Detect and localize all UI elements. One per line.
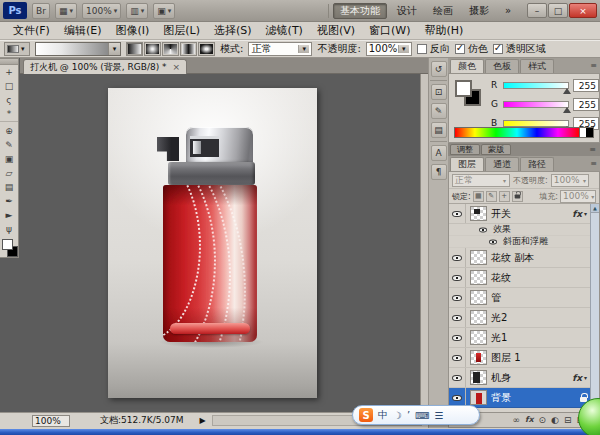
foreground-color-swatch[interactable] xyxy=(455,80,472,97)
dither-checkbox[interactable]: 仿色 xyxy=(455,42,488,56)
history-panel-icon[interactable]: ↺ xyxy=(431,61,447,77)
status-zoom-input[interactable]: 100% xyxy=(32,415,70,427)
layer-row-pattern[interactable]: 花纹 xyxy=(449,268,590,288)
layer-row-switch[interactable]: 开关 fx▾ xyxy=(449,204,590,224)
close-button[interactable]: × xyxy=(569,3,597,18)
move-tool[interactable]: + xyxy=(0,65,18,79)
workspace-overflow-button[interactable]: » xyxy=(499,3,517,19)
linear-gradient-button[interactable] xyxy=(126,42,143,56)
layer-thumbnail[interactable] xyxy=(470,270,487,285)
ime-menu-icon[interactable]: ☰ xyxy=(435,410,444,421)
reverse-checkbox[interactable]: 反向 xyxy=(417,42,450,56)
menu-image[interactable]: 图像(I) xyxy=(108,22,156,40)
pen-tool[interactable]: ✒ xyxy=(0,194,18,208)
adjustment-layer-icon[interactable]: ◐ xyxy=(551,416,559,425)
blend-mode-select[interactable]: 正常 ▾ xyxy=(248,42,312,56)
clone-source-panel-icon[interactable]: ⊡ xyxy=(431,84,447,100)
character-panel-icon[interactable]: A xyxy=(431,145,447,161)
menu-select[interactable]: 选择(S) xyxy=(207,22,259,40)
layer-mask-icon[interactable]: ⊙ xyxy=(539,416,547,425)
lasso-tool[interactable]: ς xyxy=(0,93,18,107)
document-tab[interactable]: 打火机 @ 100% (背景, RGB/8) * × xyxy=(23,59,187,74)
menu-filter[interactable]: 滤镜(T) xyxy=(259,22,310,40)
green-channel-value[interactable]: 255 xyxy=(573,98,599,111)
layer-fill-select[interactable]: 100% ▾ xyxy=(560,190,596,203)
opacity-select[interactable]: 100% ▾ xyxy=(366,42,412,56)
red-channel-value[interactable]: 255 xyxy=(573,79,599,92)
layer-row-light2[interactable]: 光2 xyxy=(449,308,590,328)
menu-view[interactable]: 视图(V) xyxy=(310,22,362,40)
visibility-toggle[interactable] xyxy=(477,227,489,233)
layer-effects-badge[interactable]: fx▾ xyxy=(572,209,590,219)
transparency-checkbox[interactable]: 透明区域 xyxy=(493,42,546,56)
menu-help[interactable]: 帮助(H) xyxy=(417,22,470,40)
paragraph-panel-icon[interactable]: ¶ xyxy=(431,164,447,180)
workspace-design[interactable]: 设计 xyxy=(391,3,423,19)
ime-punctuation-icon[interactable]: ’ xyxy=(407,410,410,421)
link-layers-icon[interactable]: ∞ xyxy=(512,416,520,425)
status-flyout-icon[interactable]: ▶ xyxy=(200,416,206,425)
restore-button[interactable]: □ xyxy=(548,3,568,18)
visibility-toggle[interactable] xyxy=(449,248,466,267)
color-spectrum-ramp[interactable] xyxy=(454,127,594,138)
scroll-up-icon[interactable]: ▲ xyxy=(591,204,599,213)
visibility-toggle[interactable] xyxy=(487,239,499,245)
menu-edit[interactable]: 编辑(E) xyxy=(57,22,109,40)
menu-file[interactable]: 文件(F) xyxy=(6,22,57,40)
layer-thumbnail[interactable] xyxy=(470,310,487,325)
red-channel-slider[interactable] xyxy=(503,82,569,89)
layer-effects-badge[interactable]: fx▾ xyxy=(572,373,590,383)
layer-thumbnail[interactable] xyxy=(470,290,487,305)
windows-taskbar-edge[interactable] xyxy=(0,429,600,435)
tab-swatches[interactable]: 色板 xyxy=(485,59,519,73)
magic-wand-tool[interactable]: * xyxy=(0,107,18,121)
arrange-documents-button[interactable]: ▥▾ xyxy=(126,3,148,19)
menu-layer[interactable]: 图层(L) xyxy=(156,22,207,40)
layer-blend-mode-select[interactable]: 正常 ▾ xyxy=(452,174,510,187)
layer-row-body[interactable]: 机身 fx▾ xyxy=(449,368,590,388)
rectangular-marquee-tool[interactable]: □ xyxy=(0,79,18,93)
launch-bridge-button[interactable]: Br xyxy=(32,3,50,19)
tab-channels[interactable]: 通道 xyxy=(485,157,519,171)
ime-keyboard-icon[interactable]: ⌨ xyxy=(415,410,429,421)
brush-panel-icon[interactable]: ✎ xyxy=(431,103,447,119)
panel-menu-icon[interactable]: ≡ xyxy=(590,159,597,168)
layer-thumbnail[interactable] xyxy=(470,370,487,385)
layer-style-icon[interactable]: fx xyxy=(525,416,534,424)
ime-fullwidth-icon[interactable]: ☽ xyxy=(393,410,402,421)
layer-thumbnail[interactable] xyxy=(470,206,487,221)
layers-scrollbar[interactable]: ▲ xyxy=(590,204,599,412)
layer-thumbnail[interactable] xyxy=(470,330,487,345)
tab-color[interactable]: 颜色 xyxy=(450,59,484,73)
slider-thumb-icon[interactable] xyxy=(563,88,571,94)
screen-mode-button[interactable]: ▣▾ xyxy=(153,3,175,19)
brush-tool[interactable]: ✎ xyxy=(0,138,18,152)
spot-healing-tool[interactable]: ⊕ xyxy=(0,124,18,138)
visibility-toggle[interactable] xyxy=(449,368,466,387)
workspace-painting[interactable]: 绘画 xyxy=(427,3,459,19)
tab-masks[interactable]: 蒙版 xyxy=(481,144,511,155)
hand-tool[interactable]: ψ xyxy=(0,222,18,236)
panel-menu-icon[interactable]: ≡ xyxy=(590,61,597,70)
sogou-logo-icon[interactable]: S xyxy=(359,408,373,422)
radial-gradient-button[interactable] xyxy=(144,42,161,56)
canvas-vertical-scrollbar[interactable] xyxy=(420,74,428,412)
lock-position-icon[interactable]: + xyxy=(499,191,510,202)
visibility-toggle[interactable] xyxy=(449,268,466,287)
sogou-ime-bar[interactable]: S 中 ☽ ’ ⌨ ☰ xyxy=(352,405,480,425)
styles-panel-icon[interactable]: ▤ xyxy=(431,122,447,138)
lock-transparency-icon[interactable]: ▦ xyxy=(473,191,484,202)
view-extras-button[interactable]: ▦▾ xyxy=(55,3,77,19)
lock-all-icon[interactable] xyxy=(512,191,523,202)
layer-thumbnail[interactable] xyxy=(470,390,487,405)
visibility-toggle[interactable] xyxy=(449,348,466,367)
layer-group-icon[interactable]: ⊟ xyxy=(564,416,572,425)
angle-gradient-button[interactable] xyxy=(162,42,179,56)
bevel-emboss-row[interactable]: 斜面和浮雕 xyxy=(449,236,590,248)
layer-thumbnail[interactable] xyxy=(470,350,487,365)
tab-layers[interactable]: 图层 xyxy=(450,157,484,171)
tool-preset-picker[interactable]: ▾ xyxy=(4,42,30,56)
foreground-color-swatch[interactable] xyxy=(2,239,13,250)
layer-thumbnail[interactable] xyxy=(470,250,487,265)
reflected-gradient-button[interactable] xyxy=(180,42,197,56)
